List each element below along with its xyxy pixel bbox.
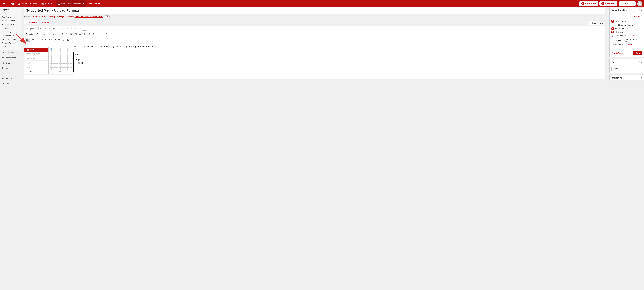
grid-cell[interactable] [58,61,60,63]
read-more-button[interactable] [78,27,82,30]
grid-cell[interactable] [70,50,72,52]
grid-cell[interactable] [70,55,72,57]
grid-cell[interactable] [52,59,54,61]
bg-color-button[interactable]: A ▾ [70,32,74,36]
align-center-button[interactable] [65,27,69,30]
part-select[interactable]: Media˅ [612,66,642,71]
my-books-link[interactable]: My Books [40,0,54,7]
sidebar-add-back-matter[interactable]: Add Back Matter [0,22,21,26]
grid-cell[interactable] [50,59,52,61]
panel-up-icon[interactable]: ˄ [638,77,638,79]
grid-cell[interactable] [63,50,65,52]
grid-cell[interactable] [70,66,72,68]
grid-cell[interactable] [70,57,72,59]
grid-cell[interactable] [52,63,54,65]
add-h5p-button[interactable]: Add H5P [40,20,50,24]
user-avatar[interactable] [637,1,642,6]
grid-cell[interactable] [63,59,65,61]
show-title-checkbox[interactable]: ✓ [612,31,614,33]
special-char-button[interactable]: Ω [83,32,86,36]
hr-button[interactable]: ─ [56,32,60,36]
numbered-list-button[interactable]: 123 [52,27,56,30]
nav-book-info[interactable]: Book Info [0,50,21,55]
grid-cell[interactable] [61,59,63,61]
subscript-button[interactable]: X2 [44,38,48,41]
grid-cell[interactable] [56,66,58,68]
sidebar-back-matter-types[interactable]: Back Matter Types [0,37,21,41]
grid-cell[interactable] [58,55,60,57]
nav-publish[interactable]: Publish [0,70,21,76]
grid-cell[interactable] [61,57,63,59]
grid-cell[interactable] [52,61,54,63]
enable-markdown-link[interactable]: Enable [627,44,633,46]
grid-cell[interactable] [52,57,54,59]
align-left-button[interactable] [61,27,65,30]
link-button[interactable] [74,27,78,30]
sidebar-add-part[interactable]: Add Part [0,11,21,15]
grid-cell[interactable] [70,63,72,65]
blob-button[interactable] [31,38,35,41]
admin-network-link[interactable]: Administer Network [16,0,38,7]
grid-cell[interactable] [61,68,63,70]
undo-button[interactable]: ↶ [96,32,100,36]
grid-cell[interactable] [56,52,58,54]
grid-cell[interactable] [56,68,58,70]
grid-cell[interactable] [63,68,65,70]
grid-cell[interactable] [52,68,54,70]
grid-cell[interactable] [61,61,63,63]
grid-cell[interactable] [58,68,60,70]
grid-cell[interactable] [58,52,60,54]
grid-cell[interactable] [58,57,60,59]
grid-cell[interactable] [63,55,65,57]
grid-cell[interactable] [52,55,54,57]
grid-cell[interactable] [70,61,72,63]
sidebar-add-chapter[interactable]: Add Chapter [0,15,21,19]
grid-cell[interactable] [58,66,60,68]
underline-button[interactable]: U [48,32,52,36]
grid-cell[interactable] [68,55,70,57]
add-media-button[interactable]: Add Media [24,20,39,24]
table-button[interactable]: ▴ [25,38,30,41]
grid-cell[interactable] [56,48,58,50]
grid-cell[interactable] [65,57,67,59]
sidebar-glossary-terms[interactable]: Glossary Terms [0,26,21,30]
grid-cell[interactable] [65,50,67,52]
grid-cell[interactable] [56,59,58,61]
sidebar-glossary-types[interactable]: Glossary Types [0,41,21,45]
browse-revisions-link[interactable]: Browse [629,35,635,37]
panel-up-icon[interactable]: ˄ [638,61,638,63]
grid-cell[interactable] [70,59,72,61]
grid-cell[interactable] [65,66,67,68]
preview-button[interactable]: Preview [632,14,642,18]
italic-button[interactable]: I [44,27,47,30]
grid-cell[interactable] [61,48,63,50]
menu-cell[interactable]: Cell▸ [24,61,48,65]
grid-cell[interactable] [50,48,52,50]
grid-cell[interactable] [63,52,65,54]
anchor-button[interactable] [35,38,39,41]
grid-cell[interactable] [63,61,65,63]
move-to-trash-link[interactable]: Move to Trash [612,52,623,54]
grid-cell[interactable] [54,50,56,52]
grid-cell[interactable] [56,57,58,59]
grid-cell[interactable] [68,68,70,70]
grid-cell[interactable] [68,61,70,63]
tab-text[interactable]: Text [598,21,605,25]
grid-cell[interactable] [61,50,63,52]
formats-dropdown[interactable]: Formats [25,32,35,36]
edit-permalink-button[interactable]: Edit [105,15,110,18]
grid-cell[interactable] [61,55,63,57]
grid-cell[interactable] [70,52,72,54]
help-button[interactable]: ? [104,32,108,36]
grid-cell[interactable] [65,48,67,50]
grid-cell[interactable] [50,55,52,57]
grid-cell[interactable] [54,61,56,63]
indent-button[interactable] [92,32,95,36]
grid-cell[interactable] [54,55,56,57]
grid-cell[interactable] [58,48,60,50]
grid-cell[interactable] [61,52,63,54]
align-right-button[interactable] [70,27,74,30]
grid-cell[interactable] [50,52,52,54]
grid-cell[interactable] [56,61,58,63]
grid-cell[interactable] [50,63,52,65]
